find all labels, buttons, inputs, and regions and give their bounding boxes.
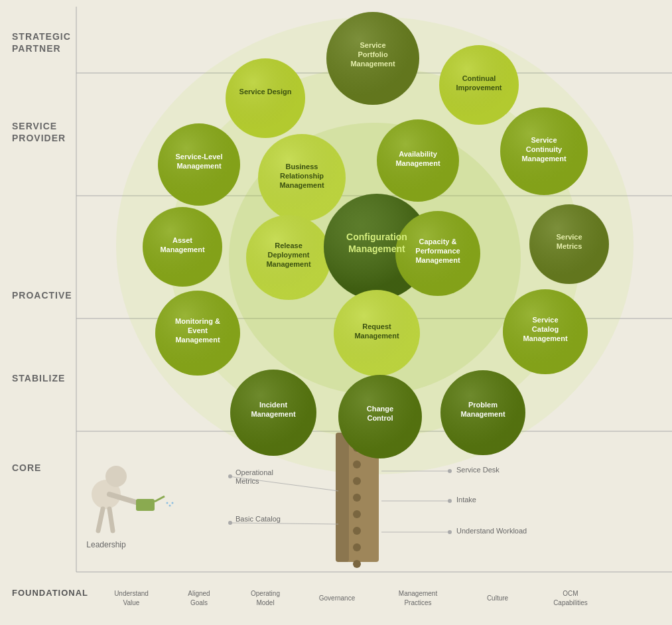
svg-text:Culture: Culture [487, 594, 509, 602]
svg-text:Problem: Problem [468, 401, 498, 409]
svg-text:Service-Level: Service-Level [176, 153, 223, 161]
svg-text:Leadership: Leadership [86, 540, 126, 549]
svg-text:Management: Management [160, 245, 205, 253]
svg-text:Relationship: Relationship [280, 172, 324, 180]
svg-rect-139 [136, 499, 155, 511]
svg-point-142 [169, 505, 171, 507]
svg-text:Management: Management [415, 256, 460, 264]
svg-text:Understand Workload: Understand Workload [456, 527, 527, 535]
svg-point-19 [353, 560, 361, 568]
background-svg: Service Portfolio Management Service Des… [0, 0, 672, 625]
svg-text:STABILIZE: STABILIZE [12, 373, 65, 383]
svg-text:Aligned: Aligned [188, 590, 210, 597]
svg-rect-11 [336, 433, 349, 562]
svg-text:Service: Service [556, 233, 582, 241]
svg-text:Management: Management [175, 336, 220, 344]
svg-text:Operational: Operational [235, 468, 273, 476]
svg-text:Business: Business [286, 163, 318, 171]
svg-point-141 [167, 502, 168, 504]
svg-text:Configuration: Configuration [346, 232, 407, 242]
svg-text:Management: Management [266, 260, 311, 268]
svg-text:Management: Management [279, 181, 324, 189]
svg-text:Management: Management [460, 410, 505, 418]
svg-text:Service Desk: Service Desk [456, 466, 500, 474]
svg-point-22 [228, 474, 232, 478]
svg-point-15 [353, 494, 361, 502]
svg-text:Event: Event [188, 326, 208, 334]
svg-point-31 [326, 12, 419, 105]
svg-text:Asset: Asset [172, 236, 192, 244]
svg-text:Operating: Operating [251, 590, 280, 597]
svg-text:Change: Change [367, 405, 393, 413]
svg-point-23 [228, 521, 232, 525]
svg-text:PROVIDER: PROVIDER [12, 133, 66, 143]
svg-point-143 [172, 502, 174, 504]
svg-text:Management: Management [395, 159, 440, 167]
svg-text:Basic Catalog: Basic Catalog [235, 515, 281, 523]
svg-point-13 [353, 460, 361, 468]
svg-point-33 [226, 58, 305, 138]
svg-point-29 [448, 530, 452, 534]
svg-point-18 [353, 543, 361, 551]
svg-text:Management: Management [523, 334, 568, 342]
svg-text:Service Design: Service Design [239, 88, 292, 96]
svg-text:Management: Management [399, 590, 438, 597]
svg-text:Understand: Understand [114, 590, 149, 597]
svg-text:Governance: Governance [319, 594, 356, 602]
svg-text:STRATEGIC: STRATEGIC [12, 31, 71, 42]
svg-text:Capabilities: Capabilities [553, 599, 588, 606]
svg-text:Deployment: Deployment [268, 251, 310, 259]
svg-text:Portfolio: Portfolio [358, 50, 387, 58]
svg-point-28 [448, 499, 452, 503]
svg-text:Monitoring &: Monitoring & [175, 317, 220, 325]
svg-text:Performance: Performance [415, 247, 460, 255]
svg-text:Availability: Availability [399, 150, 438, 158]
svg-text:Service: Service [532, 316, 558, 324]
svg-text:Management: Management [176, 162, 222, 170]
svg-text:Model: Model [256, 599, 274, 606]
svg-text:Management: Management [350, 60, 395, 68]
svg-text:Control: Control [367, 414, 393, 422]
svg-text:Service: Service [531, 136, 557, 144]
svg-text:Intake: Intake [456, 496, 476, 504]
main-diagram: Service Portfolio Management Service Des… [0, 0, 672, 625]
svg-text:Management: Management [521, 155, 567, 163]
svg-text:CORE: CORE [12, 462, 41, 473]
svg-text:OCM: OCM [563, 590, 578, 597]
svg-text:Incident: Incident [259, 401, 288, 409]
svg-text:PROACTIVE: PROACTIVE [12, 290, 72, 301]
svg-text:Release: Release [275, 242, 302, 249]
svg-text:Metrics: Metrics [557, 242, 582, 250]
svg-text:FOUNDATIONAL: FOUNDATIONAL [12, 588, 88, 598]
svg-point-135 [105, 466, 127, 487]
svg-point-14 [353, 477, 361, 485]
svg-text:Request: Request [362, 322, 391, 330]
svg-line-138 [109, 509, 113, 531]
svg-text:Catalog: Catalog [532, 325, 559, 333]
svg-point-17 [353, 527, 361, 535]
svg-text:Goals: Goals [190, 599, 208, 606]
svg-text:SERVICE: SERVICE [12, 121, 57, 131]
svg-text:Continuity: Continuity [526, 145, 563, 153]
svg-text:Management: Management [251, 410, 296, 418]
svg-text:PARTNER: PARTNER [12, 43, 61, 54]
svg-point-16 [353, 510, 361, 518]
svg-text:Value: Value [123, 599, 140, 606]
svg-text:Metrics: Metrics [235, 477, 259, 485]
svg-text:Service: Service [360, 41, 385, 49]
svg-text:Management: Management [354, 332, 399, 340]
svg-text:Capacity &: Capacity & [419, 238, 457, 245]
svg-text:Improvement: Improvement [456, 84, 502, 92]
svg-text:Management: Management [348, 243, 405, 254]
svg-text:Continual: Continual [462, 74, 496, 82]
svg-text:Practices: Practices [404, 599, 431, 606]
svg-point-27 [448, 469, 452, 473]
